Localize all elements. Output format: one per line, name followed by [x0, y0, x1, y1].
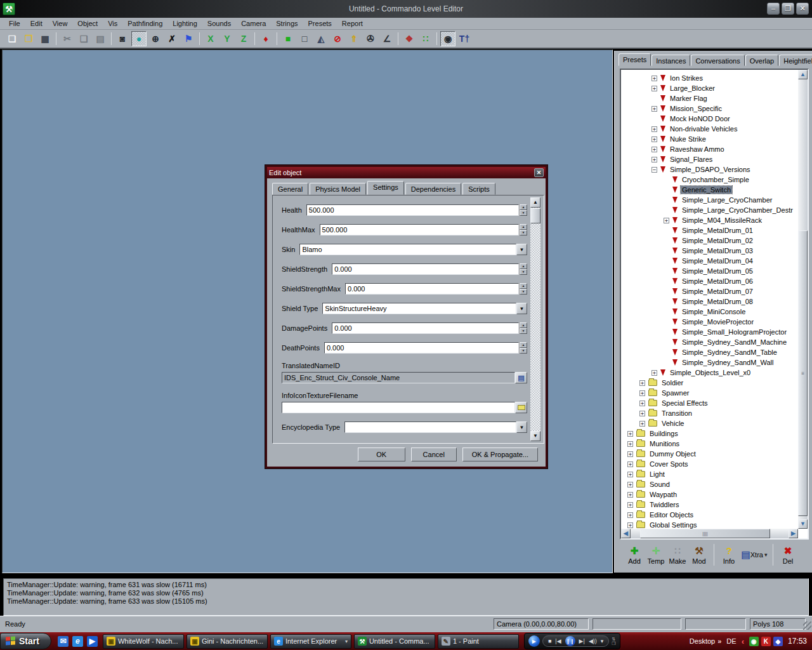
menu-camera[interactable]: Camera [236, 18, 271, 29]
spinner-down-icon[interactable]: ▼ [520, 269, 527, 275]
tree-item-editor-objects[interactable]: +Editor Objects [621, 510, 797, 520]
tree-item-simple-m04-missilerack[interactable]: +Simple_M04_MissileRack [621, 215, 797, 225]
maximize-button[interactable]: ❐ [782, 3, 794, 15]
tray-chevron-icon[interactable]: ‹ [742, 637, 744, 646]
expand-icon[interactable]: + [639, 390, 645, 396]
spinner-up-icon[interactable]: ▲ [520, 322, 527, 328]
menu-file[interactable]: File [4, 18, 25, 29]
tree-item-simple-movieprojector[interactable]: Simple_MovieProjector [621, 317, 797, 327]
tree-item-mock-honod-door[interactable]: Mock HoNOD Door [621, 114, 797, 124]
task-1-paint[interactable]: ✎1 - Paint [438, 634, 519, 649]
deathpoints-input[interactable]: 0.000 [324, 342, 519, 354]
translated-name-field[interactable]: IDS_Enc_Struct_Civ_Console_Name [282, 372, 515, 383]
rgb-cubes-icon[interactable]: ❖ [402, 31, 417, 46]
expand-icon[interactable]: + [652, 136, 657, 142]
expand-icon[interactable]: + [639, 421, 645, 427]
healthmax-input[interactable]: 500.000 [320, 224, 519, 235]
chevron-down-icon[interactable]: ▼ [516, 244, 527, 255]
shieldstrengthmax-spinner[interactable]: ▲▼ [519, 283, 527, 295]
cancel-button[interactable]: Cancel [411, 448, 457, 461]
expand-icon[interactable]: + [652, 126, 657, 132]
media-player-icon[interactable]: ▶ [87, 636, 98, 647]
tree-item-nuke-strike[interactable]: +Nuke Strike [621, 134, 797, 144]
dialog-tab-scripts[interactable]: Scripts [462, 183, 495, 195]
chevron-down-icon[interactable]: ▼ [516, 421, 527, 433]
rotate-axis-mode-icon[interactable]: ⊕ [148, 31, 163, 46]
messenger-tray-icon[interactable]: ◆ [773, 637, 783, 646]
start-button[interactable]: Start [0, 633, 51, 649]
info-button[interactable]: ?Info [718, 542, 740, 567]
tree-item-simple-sydney-sandm-wall[interactable]: Simple_Sydney_SandM_Wall [621, 357, 797, 368]
menu-view[interactable]: View [48, 18, 73, 29]
tree-item-signal-flares[interactable]: +Signal_Flares [621, 154, 797, 164]
dialog-tab-general[interactable]: General [272, 183, 308, 195]
tree-item-cover-spots[interactable]: +Cover Spots [621, 459, 797, 469]
tree-item-sound[interactable]: +Sound [621, 479, 797, 489]
ok-button[interactable]: OK [358, 448, 405, 461]
axis-y-icon[interactable]: Y [219, 31, 235, 46]
dialog-scroll-thumb[interactable] [530, 208, 540, 223]
spinner-up-icon[interactable]: ▲ [520, 342, 527, 348]
flag-marker-icon[interactable]: ⚑ [181, 31, 196, 46]
icq-tray-icon[interactable]: ◉ [749, 637, 759, 646]
tree-item-vehicle[interactable]: +Vehicle [621, 418, 797, 428]
expand-icon[interactable]: + [639, 380, 645, 386]
skin-input[interactable]: Blamo [299, 244, 516, 255]
tab-instances[interactable]: Instances [652, 55, 690, 66]
tree-item-simple-small-hologramprojector[interactable]: Simple_Small_HologramProjector [621, 327, 797, 337]
internet-explorer-icon[interactable]: e [72, 636, 83, 647]
wireframe-cube-icon[interactable]: □ [297, 31, 312, 46]
next-icon[interactable]: ▶| [579, 638, 585, 644]
expand-icon[interactable]: + [652, 106, 657, 112]
tree-item-simple-sydney-sandm-machine[interactable]: Simple_Sydney_SandM_Machine [621, 337, 797, 347]
paste-icon[interactable]: ▤ [93, 31, 108, 46]
damagepoints-input[interactable]: 0.000 [332, 322, 519, 334]
deathpoints-spinner[interactable]: ▲▼ [519, 342, 527, 354]
cut-icon[interactable]: ✂ [60, 31, 75, 46]
task-whitewolf-nach[interactable]: ▣WhiteWolf - Nach... [103, 634, 184, 649]
spinner-up-icon[interactable]: ▲ [520, 263, 527, 269]
dialog-scroll-up-button[interactable]: ▲ [530, 197, 540, 208]
tree-item-simple-dsapo-versions[interactable]: −Simple_DSAPO_Versions [621, 164, 797, 175]
spinner-up-icon[interactable]: ▲ [520, 204, 527, 210]
dialog-close-button[interactable]: ✕ [534, 168, 544, 177]
tree-item-generic-switch[interactable]: Generic_Switch [621, 185, 797, 195]
menu-strings[interactable]: Strings [271, 18, 303, 29]
tree-item-spawner[interactable]: +Spawner [621, 388, 797, 398]
task-untitled-comma[interactable]: ⚒Untitled - Comma... [354, 634, 435, 649]
solid-cube-icon[interactable]: ■ [280, 31, 296, 46]
expand-icon[interactable]: + [627, 502, 633, 508]
eye-visibility-icon[interactable]: ◉ [440, 31, 455, 46]
healthmax-spinner[interactable]: ▲▼ [519, 224, 527, 235]
minimize-button[interactable]: – [767, 3, 780, 15]
task-internet-explorer[interactable]: eInternet Explorer▾ [270, 634, 351, 649]
tree-item-simple-objects-level-x0[interactable]: +Simple_Objects_Level_x0 [621, 368, 797, 378]
tree-item-simple-metaldrum-01[interactable]: Simple_MetalDrum_01 [621, 225, 797, 235]
expand-icon[interactable]: + [639, 411, 645, 416]
string-picker-button[interactable]: ▤ [515, 372, 527, 383]
expand-icon[interactable]: + [652, 157, 657, 162]
tree-item-simple-metaldrum-07[interactable]: Simple_MetalDrum_07 [621, 286, 797, 296]
desktop-toolbar[interactable]: Desktop » [690, 637, 721, 645]
spinner-down-icon[interactable]: ▼ [520, 230, 527, 235]
tree-item-simple-metaldrum-04[interactable]: Simple_MetalDrum_04 [621, 256, 797, 266]
menu-vis[interactable]: Vis [103, 18, 122, 29]
mod-button[interactable]: ⚒Mod [688, 542, 710, 567]
raise-object-icon[interactable]: ⇑ [346, 31, 362, 46]
tree-item-large-blocker[interactable]: +Large_Blocker [621, 83, 797, 93]
tree-item-transition[interactable]: +Transition [621, 408, 797, 418]
menu-lighting[interactable]: Lighting [167, 18, 202, 29]
tree-hscroll-thumb[interactable]: |||| [640, 529, 770, 538]
add-button[interactable]: ✚Add [624, 542, 645, 567]
expand-icon[interactable]: + [627, 451, 633, 457]
resize-grip[interactable] [803, 621, 811, 630]
tree-item-marker-flag[interactable]: Marker Flag [621, 93, 797, 103]
object-sphere-mode-icon[interactable]: ● [131, 31, 147, 46]
pause-icon[interactable]: ❙❙ [565, 636, 575, 646]
tree-item-non-drivable-vehicles[interactable]: +Non-drivable Vehicles [621, 124, 797, 134]
menu-sounds[interactable]: Sounds [202, 18, 236, 29]
dialog-scrollbar[interactable]: ▲ ▼ [530, 197, 540, 441]
axis-x-icon[interactable]: X [203, 31, 218, 46]
chevron-down-icon[interactable]: ▾ [345, 639, 348, 644]
expand-icon[interactable]: + [627, 522, 633, 528]
